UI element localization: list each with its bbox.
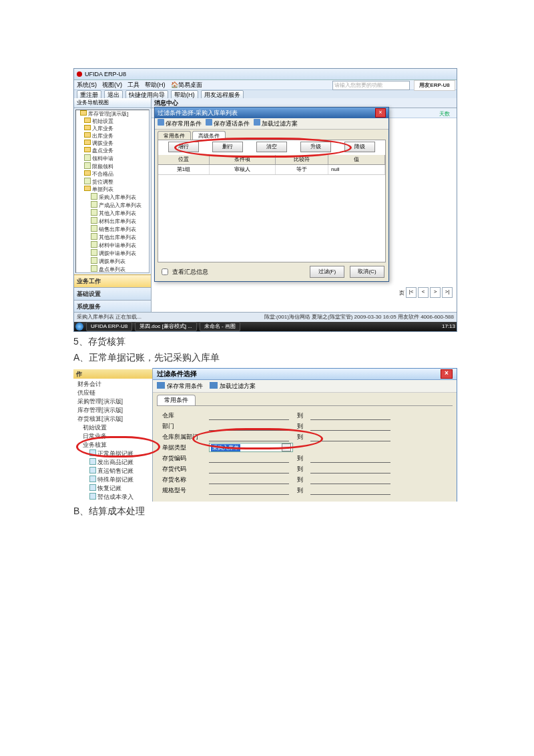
- start-orb-icon[interactable]: [75, 323, 83, 331]
- function-search-input[interactable]: 请输入您想要的功能: [332, 81, 410, 90]
- close-icon[interactable]: ×: [441, 369, 453, 379]
- tree-item[interactable]: 产成品入库单列表: [76, 201, 149, 209]
- tree-item[interactable]: 调拨申请单列表: [76, 249, 149, 257]
- dlg2-load-scheme[interactable]: 加载过滤方案: [210, 382, 256, 391]
- tree-item[interactable]: 暂估成本录入: [73, 493, 152, 502]
- dlg2-save-common[interactable]: 保存常用条件: [157, 382, 203, 391]
- fld-invcode-from[interactable]: [209, 454, 289, 463]
- tree-item[interactable]: 业务核算: [73, 441, 152, 449]
- menu-tools[interactable]: 工具: [127, 81, 140, 89]
- menu-view[interactable]: 视图(V): [102, 81, 122, 89]
- fld-whdept-to[interactable]: [310, 433, 390, 441]
- fld-invsn-from[interactable]: [209, 465, 289, 474]
- close-icon[interactable]: ×: [375, 108, 386, 118]
- tree-item[interactable]: 采购管理[演示版]: [73, 397, 152, 406]
- app-logo-icon: [77, 71, 82, 77]
- grid-cell-cond[interactable]: 审核人: [210, 165, 276, 174]
- fld-invname-from[interactable]: [209, 476, 289, 484]
- left-header: 作: [73, 369, 152, 379]
- fld-warehouse-from[interactable]: [209, 411, 289, 420]
- btn-cancel[interactable]: 取消(C): [350, 266, 384, 278]
- nav-tab[interactable]: 业务导航视图: [74, 98, 151, 108]
- tree-item[interactable]: 材料出库单列表: [76, 217, 149, 225]
- pager-last[interactable]: >|: [442, 287, 453, 298]
- fld-spec-from[interactable]: [209, 486, 289, 495]
- tree-item[interactable]: 特殊单据记账: [73, 476, 152, 484]
- pager-prev[interactable]: <: [418, 287, 429, 298]
- btn-clear[interactable]: 清空: [256, 142, 287, 152]
- fld-invname-to[interactable]: [310, 476, 390, 484]
- grid-cell-val[interactable]: null: [328, 165, 385, 174]
- tree-folder[interactable]: 初始设置: [76, 118, 149, 125]
- fld-invsn-to[interactable]: [310, 465, 390, 474]
- btn-down[interactable]: 降级: [344, 142, 375, 152]
- taskbar-item[interactable]: UFIDA ERP-U8: [86, 322, 132, 331]
- tree-folder[interactable]: 不合格品: [76, 170, 149, 178]
- grid-cell-op[interactable]: 等于: [276, 165, 328, 174]
- tree-folder[interactable]: 入库业务: [76, 125, 149, 132]
- sidebar-btn-system[interactable]: 系统服务: [74, 300, 151, 313]
- tree-item[interactable]: 财务会计: [73, 380, 152, 389]
- dlg-tb-load[interactable]: 加载过滤方案: [254, 119, 298, 128]
- fld-dept-to[interactable]: [310, 422, 390, 431]
- pager-next[interactable]: >: [430, 287, 441, 298]
- btn-del-row[interactable]: 删行: [212, 142, 243, 152]
- filter-dialog: 过滤条件选择-采购入库单列表 × 保存常用条件 保存通话条件 加载过滤方案 常用…: [154, 107, 389, 282]
- tree-item[interactable]: 调拨单列表: [76, 257, 149, 265]
- tree-item[interactable]: 日常业务: [73, 432, 152, 441]
- grid-head-val: 值: [328, 155, 385, 164]
- tree-item[interactable]: 发出商品记账: [73, 458, 152, 467]
- tree-item[interactable]: 限额领料: [76, 162, 149, 170]
- tree-item[interactable]: 采购入库单列表: [76, 193, 149, 201]
- grid-cell-pos[interactable]: 第1组: [158, 165, 210, 174]
- tree-folder[interactable]: 调拨业务: [76, 140, 149, 147]
- tree-folder[interactable]: 盘点业务: [76, 147, 149, 154]
- tree-item[interactable]: 初始设置: [73, 423, 152, 432]
- menu-system[interactable]: 系统(S): [77, 81, 97, 89]
- tree-item[interactable]: 销售出库单列表: [76, 225, 149, 233]
- btn-filter[interactable]: 过滤(F): [310, 266, 344, 278]
- tree-item[interactable]: 其他出库单列表: [76, 233, 149, 241]
- tree-item[interactable]: 供应链: [73, 389, 152, 397]
- menu-help[interactable]: 帮助(H): [145, 81, 166, 89]
- nav-tree[interactable]: 库存管理[演示版] 初始设置 入库业务 出库业务 调拨业务 盘点业务 领料申请 …: [75, 110, 150, 273]
- tree-item[interactable]: 恢复记账: [73, 484, 152, 493]
- taskbar-item[interactable]: 未命名 - 画图: [200, 322, 240, 331]
- fld-whdept-from[interactable]: [209, 433, 289, 441]
- doctype-value: 采购入库单: [211, 444, 240, 451]
- dlg-tb-save-common[interactable]: 保存常用条件: [158, 119, 202, 128]
- tree-item[interactable]: 领料申请: [76, 154, 149, 162]
- pager-first[interactable]: |<: [406, 287, 417, 298]
- fld-doctype[interactable]: 采购入库单...: [209, 443, 293, 452]
- tree-item[interactable]: 直运销售记账: [73, 467, 152, 476]
- tree-item[interactable]: 库存管理[演示版]: [73, 406, 152, 415]
- fld-spec-to[interactable]: [310, 486, 390, 495]
- fld-invcode-to[interactable]: [310, 454, 390, 463]
- fld-dept-from[interactable]: [209, 422, 289, 431]
- tree-item-normal-posting[interactable]: 正常单据记账: [73, 449, 152, 458]
- taskbar-item[interactable]: 第四.doc [兼容模式] ...: [135, 322, 197, 331]
- btn-up[interactable]: 升级: [300, 142, 331, 152]
- grid-row-1[interactable]: 第1组 审核人 等于 null: [158, 165, 385, 175]
- tree-item[interactable]: 存货核算[演示版]: [73, 415, 152, 423]
- dlg2-tab-common[interactable]: 常用条件: [157, 395, 196, 405]
- tree-item[interactable]: 盘点单列表: [76, 265, 149, 273]
- tree-item[interactable]: 其他入库单列表: [76, 209, 149, 217]
- sidebar-btn-base[interactable]: 基础设置: [74, 287, 151, 300]
- tree-item[interactable]: 货位调整: [76, 178, 149, 186]
- tree-item[interactable]: 材料申请单列表: [76, 241, 149, 249]
- tree-folder[interactable]: 出库业务: [76, 132, 149, 140]
- dlg-tb-save-call[interactable]: 保存通话条件: [206, 119, 250, 128]
- dialog2-title: 过滤条件选择: [157, 369, 197, 379]
- lookup-icon[interactable]: ...: [282, 443, 291, 451]
- sidebar-btn-business[interactable]: 业务工作: [74, 274, 151, 287]
- tree-folder[interactable]: 单据列表: [76, 186, 149, 193]
- grid-head-pos: 位置: [158, 155, 210, 164]
- fld-warehouse-to[interactable]: [310, 411, 390, 420]
- grid-head-cond: 条件项: [210, 155, 276, 164]
- tree-root[interactable]: 库存管理[演示版]: [76, 110, 149, 118]
- btn-add-row[interactable]: 增行: [168, 142, 199, 152]
- checkbox-summary[interactable]: 查看汇总信息: [159, 266, 208, 277]
- dialog-toolbar: 保存常用条件 保存通话条件 加载过滤方案: [155, 118, 388, 130]
- menu-home[interactable]: 🏠简易桌面: [171, 81, 202, 89]
